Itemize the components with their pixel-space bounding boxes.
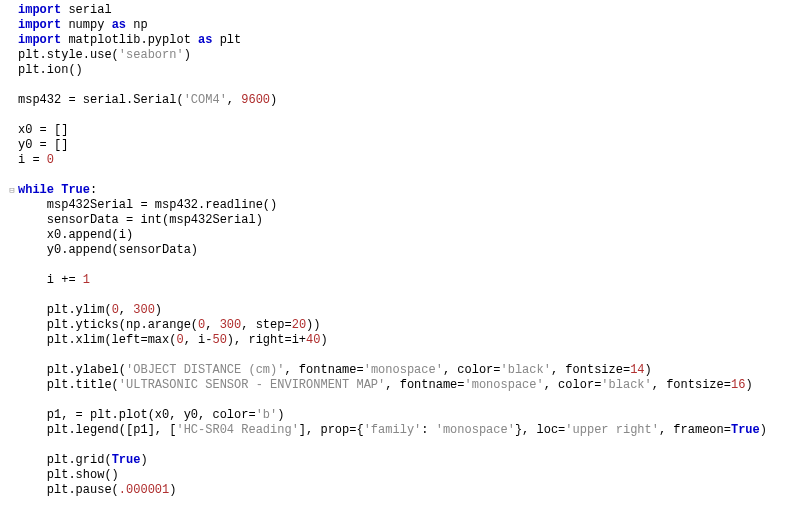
code-line[interactable]: msp432Serial = msp432.readline() — [18, 198, 800, 213]
token: plt.ylabel( — [47, 363, 126, 377]
token: 14 — [630, 363, 644, 377]
token: 'upper right' — [565, 423, 659, 437]
token: p1, = plt.plot(x0, y0, color= — [47, 408, 256, 422]
token: ) — [645, 363, 652, 377]
token: , — [227, 93, 241, 107]
code-line[interactable]: plt.ion() — [18, 63, 800, 78]
token: 'monospace' — [465, 378, 544, 392]
token: x0.append(i) — [47, 228, 133, 242]
token: plt.xlim(left=max( — [47, 333, 177, 347]
token: 'ULTRASONIC SENSOR - ENVIRONMENT MAP' — [119, 378, 385, 392]
token: , fontsize= — [652, 378, 731, 392]
token: 'black' — [501, 363, 551, 377]
token: 1 — [83, 273, 90, 287]
token: ) — [745, 378, 752, 392]
code-line[interactable]: plt.legend([p1], ['HC-SR04 Reading'], pr… — [18, 423, 800, 438]
code-line[interactable]: plt.style.use('seaborn') — [18, 48, 800, 63]
token: import — [18, 18, 68, 32]
token: ) — [277, 408, 284, 422]
token: 0 — [176, 333, 183, 347]
token: , frameon= — [659, 423, 731, 437]
token: True — [112, 453, 141, 467]
code-line[interactable]: i += 1 — [18, 273, 800, 288]
token: 50 — [212, 333, 226, 347]
token: np — [133, 18, 147, 32]
token: plt — [220, 33, 242, 47]
token: x0 = [] — [18, 123, 68, 137]
token: 300 — [220, 318, 242, 332]
code-line[interactable]: import numpy as np — [18, 18, 800, 33]
code-line[interactable]: x0.append(i) — [18, 228, 800, 243]
token: True — [61, 183, 90, 197]
code-line[interactable] — [18, 438, 800, 453]
token: matplotlib.pyplot — [68, 33, 198, 47]
code-line[interactable]: sensorData = int(msp432Serial) — [18, 213, 800, 228]
token: 40 — [306, 333, 320, 347]
token: msp432 = serial.Serial( — [18, 93, 184, 107]
code-line[interactable]: plt.show() — [18, 468, 800, 483]
code-line[interactable] — [18, 288, 800, 303]
token: numpy — [68, 18, 111, 32]
code-line[interactable]: plt.ylim(0, 300) — [18, 303, 800, 318]
token: msp432Serial = msp432.readline() — [47, 198, 277, 212]
token: 'HC-SR04 Reading' — [176, 423, 298, 437]
code-line[interactable]: x0 = [] — [18, 123, 800, 138]
code-line[interactable]: msp432 = serial.Serial('COM4', 9600) — [18, 93, 800, 108]
code-editor[interactable]: ⊟ import serialimport numpy as npimport … — [0, 0, 800, 501]
token: while — [18, 183, 61, 197]
token: 'family' — [364, 423, 422, 437]
fold-toggle-icon[interactable]: ⊟ — [8, 187, 16, 195]
token: ) — [270, 93, 277, 107]
editor-gutter — [0, 3, 8, 498]
code-line[interactable] — [18, 393, 800, 408]
token: True — [731, 423, 760, 437]
code-line[interactable]: plt.yticks(np.arange(0, 300, step=20)) — [18, 318, 800, 333]
code-line[interactable] — [18, 108, 800, 123]
code-line[interactable]: plt.pause(.000001) — [18, 483, 800, 498]
code-line[interactable]: plt.ylabel('OBJECT DISTANCE (cm)', fontn… — [18, 363, 800, 378]
code-line[interactable]: plt.title('ULTRASONIC SENSOR - ENVIRONME… — [18, 378, 800, 393]
token: plt.grid( — [47, 453, 112, 467]
token: plt.style.use( — [18, 48, 119, 62]
code-line[interactable]: y0.append(sensorData) — [18, 243, 800, 258]
token: , — [119, 303, 133, 317]
code-line[interactable]: plt.grid(True) — [18, 453, 800, 468]
fold-column[interactable]: ⊟ — [8, 3, 16, 498]
code-line[interactable]: plt.xlim(left=max(0, i-50), right=i+40) — [18, 333, 800, 348]
token: : — [90, 183, 97, 197]
code-area[interactable]: import serialimport numpy as npimport ma… — [16, 3, 800, 498]
code-line[interactable] — [18, 78, 800, 93]
token: , step= — [241, 318, 291, 332]
token: ) — [155, 303, 162, 317]
token: plt.title( — [47, 378, 119, 392]
token: 0 — [112, 303, 119, 317]
token: 'COM4' — [184, 93, 227, 107]
token: i = — [18, 153, 47, 167]
code-line[interactable]: import matplotlib.pyplot as plt — [18, 33, 800, 48]
token: , fontname= — [284, 363, 363, 377]
token: ) — [169, 483, 176, 497]
token: 9600 — [241, 93, 270, 107]
token: 20 — [292, 318, 306, 332]
token: ) — [320, 333, 327, 347]
code-line[interactable] — [18, 348, 800, 363]
code-line[interactable] — [18, 168, 800, 183]
code-line[interactable]: p1, = plt.plot(x0, y0, color='b') — [18, 408, 800, 423]
token: 'b' — [256, 408, 278, 422]
code-line[interactable]: import serial — [18, 3, 800, 18]
token: 16 — [731, 378, 745, 392]
token: , — [205, 318, 219, 332]
token: serial — [68, 3, 111, 17]
code-line[interactable] — [18, 258, 800, 273]
token: }, loc= — [515, 423, 565, 437]
token: ) — [140, 453, 147, 467]
token: sensorData = int(msp432Serial) — [47, 213, 263, 227]
token: y0 = [] — [18, 138, 68, 152]
token: as — [198, 33, 220, 47]
token: plt.ion() — [18, 63, 83, 77]
code-line[interactable]: y0 = [] — [18, 138, 800, 153]
token: 'monospace' — [364, 363, 443, 377]
token: import — [18, 33, 68, 47]
code-line[interactable]: i = 0 — [18, 153, 800, 168]
code-line[interactable]: while True: — [18, 183, 800, 198]
